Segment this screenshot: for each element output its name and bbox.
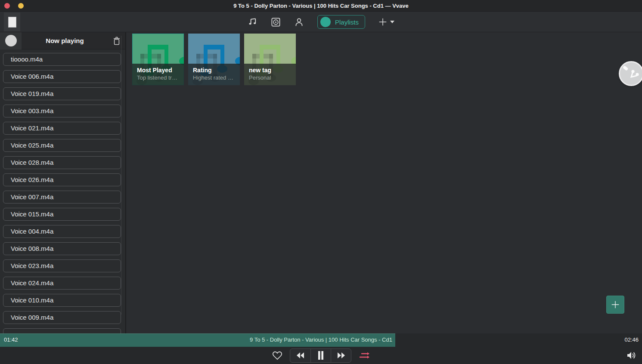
next-button[interactable] (331, 349, 351, 362)
progress-bar[interactable]: 01:42 9 To 5 - Dolly Parton - Various | … (0, 333, 642, 347)
toolbar: Playlists (0, 12, 642, 32)
skip-forward-icon (336, 352, 346, 359)
playlist-title: new tag (249, 66, 296, 74)
playlist-circle-icon (320, 17, 331, 27)
playlist-card[interactable]: RatingHighest rated … (188, 34, 240, 85)
time-total: 02:46 (624, 336, 639, 343)
playlist-subtitle: Top listened tr… (137, 74, 184, 81)
clear-playlist-button[interactable] (108, 32, 125, 49)
pause-button[interactable] (310, 349, 331, 362)
favorite-button[interactable] (271, 349, 284, 362)
list-item[interactable]: Voice 021.m4a (3, 122, 121, 135)
list-item[interactable]: Voice 019.m4a (3, 87, 121, 100)
pause-icon (317, 351, 325, 360)
plus-icon (611, 300, 620, 309)
list-item[interactable]: Voice 028.m4a (3, 156, 121, 169)
add-playlist-fab[interactable] (606, 296, 624, 314)
heart-icon (272, 350, 283, 361)
list-item[interactable]: tioooo.m4a (3, 53, 121, 66)
playlist-cards: Most PlayedTop listened tr…RatingHighest… (132, 34, 296, 85)
skip-backward-icon (296, 352, 305, 359)
plus-icon (378, 17, 388, 27)
list-item-partial[interactable] (3, 328, 121, 333)
earbuds-icon (622, 64, 641, 83)
playlist-card[interactable]: Most PlayedTop listened tr… (132, 34, 184, 85)
list-item[interactable]: Voice 003.m4a (3, 105, 121, 117)
playlist-subtitle: Personal (249, 74, 296, 81)
minimize-window-button[interactable] (18, 3, 24, 9)
add-menu-button[interactable] (378, 17, 394, 27)
album-icon (271, 17, 281, 27)
list-item[interactable]: Voice 004.m4a (3, 225, 121, 238)
mini-player-button[interactable] (619, 61, 642, 86)
playlists-label: Playlists (335, 19, 359, 26)
playlist-title: Most Played (137, 66, 184, 74)
list-item[interactable]: Voice 015.m4a (3, 208, 121, 221)
now-playing-title: Now playing (22, 37, 108, 44)
playlist-subtitle: Highest rated … (193, 74, 240, 81)
list-item[interactable]: Voice 006.m4a (3, 70, 121, 83)
artists-tab[interactable] (294, 17, 304, 27)
tracks-tab[interactable] (248, 17, 258, 27)
shuffle-icon (358, 351, 370, 360)
player-controls (0, 347, 642, 364)
tab-playlists[interactable]: Playlists (317, 15, 365, 29)
list-item[interactable]: Voice 010.m4a (3, 294, 121, 307)
list-item[interactable]: Voice 025.m4a (3, 139, 121, 152)
list-item[interactable]: Voice 008.m4a (3, 242, 121, 255)
titlebar: 9 To 5 - Dolly Parton - Various | 100 Hi… (0, 0, 642, 12)
shuffle-button[interactable] (357, 349, 371, 362)
track-list-scrollbar[interactable] (121, 36, 121, 315)
playlist-title: Rating (193, 66, 240, 74)
volume-icon (626, 351, 636, 360)
list-item[interactable]: Voice 007.m4a (3, 191, 121, 204)
now-playing-toggle-button[interactable] (0, 32, 22, 49)
close-window-button[interactable] (4, 3, 10, 9)
current-track-label: 9 To 5 - Dolly Parton - Various | 100 Hi… (0, 336, 642, 343)
window-title: 9 To 5 - Dolly Parton - Various | 100 Hi… (233, 3, 409, 9)
now-playing-panel: Now playing tioooo.m4aVoice 006.m4aVoice… (0, 32, 126, 333)
playlist-card-caption: Most PlayedTop listened tr… (132, 64, 184, 85)
artist-icon (294, 17, 304, 27)
albums-tab[interactable] (271, 17, 281, 27)
list-item[interactable]: Voice 009.m4a (3, 311, 121, 324)
list-item[interactable]: Voice 024.m4a (3, 277, 121, 290)
trash-icon (112, 36, 121, 46)
volume-button[interactable] (625, 349, 638, 362)
music-note-icon (248, 17, 257, 27)
transport-controls (290, 349, 351, 363)
playlist-card-caption: new tagPersonal (244, 64, 296, 85)
list-item[interactable]: Voice 026.m4a (3, 173, 121, 186)
vvave-window: 9 To 5 - Dolly Parton - Various | 100 Hi… (0, 0, 642, 364)
playlist-card[interactable]: new tagPersonal (244, 34, 296, 85)
circle-icon (5, 35, 17, 46)
list-item[interactable]: Voice 023.m4a (3, 259, 121, 272)
track-list: tioooo.m4aVoice 006.m4aVoice 019.m4aVoic… (0, 49, 125, 333)
previous-button[interactable] (290, 349, 310, 362)
playlist-card-caption: RatingHighest rated … (188, 64, 240, 85)
now-playing-header: Now playing (0, 32, 125, 49)
caret-down-icon (390, 20, 394, 24)
